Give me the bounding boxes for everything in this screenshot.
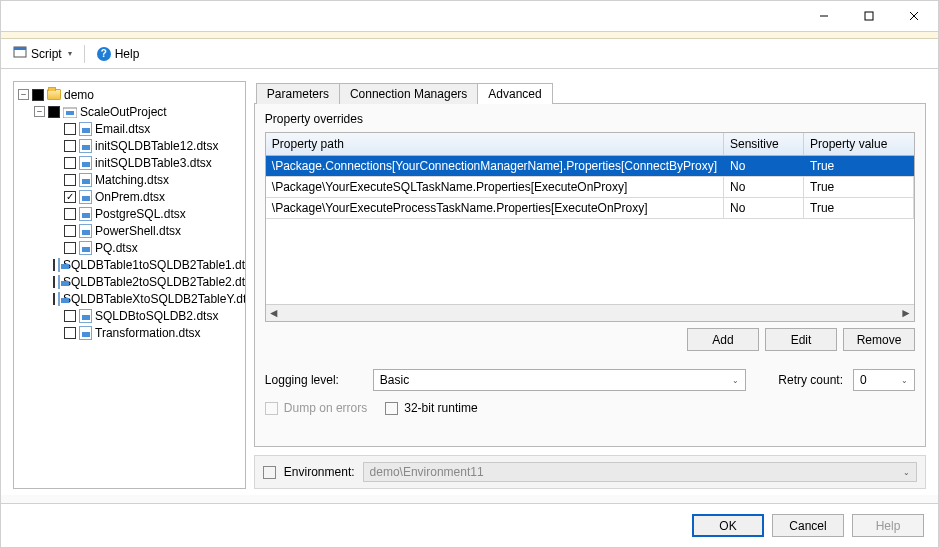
help-label: Help: [115, 47, 140, 61]
checkbox[interactable]: [64, 242, 76, 254]
chevron-down-icon: ⌄: [732, 376, 739, 385]
ok-button[interactable]: OK: [692, 514, 764, 537]
checkbox[interactable]: [64, 208, 76, 220]
cell-value: True: [804, 198, 914, 218]
col-property-path[interactable]: Property path: [266, 133, 724, 155]
tree-item[interactable]: Transformation.dtsx: [50, 324, 243, 341]
tree-item[interactable]: initSQLDBTable12.dtsx: [50, 137, 243, 154]
edit-button[interactable]: Edit: [765, 328, 837, 351]
table-row[interactable]: \Package\YourExecuteProcessTaskName.Prop…: [266, 198, 914, 219]
package-icon: [58, 292, 60, 306]
table-row[interactable]: \Package\YourExecuteSQLTaskName.Properti…: [266, 177, 914, 198]
collapse-icon[interactable]: −: [34, 106, 45, 117]
checkbox-tristate[interactable]: [48, 106, 60, 118]
32bit-runtime-option[interactable]: 32-bit runtime: [385, 401, 477, 415]
cell-path: \Package\YourExecuteProcessTaskName.Prop…: [266, 198, 724, 218]
checkbox[interactable]: [64, 174, 76, 186]
retry-count-value: 0: [860, 373, 867, 387]
tree-root-demo[interactable]: − demo: [18, 86, 243, 103]
checkbox[interactable]: [64, 225, 76, 237]
cell-value: True: [804, 177, 914, 197]
cell-path: \Package.Connections[YourConnectionManag…: [266, 156, 724, 176]
close-button[interactable]: [891, 2, 936, 30]
tree-spacer: [50, 191, 61, 202]
dialog-footer: OK Cancel Help: [1, 503, 938, 547]
32bit-runtime-checkbox[interactable]: [385, 402, 398, 415]
tree-item[interactable]: initSQLDBTable3.dtsx: [50, 154, 243, 171]
minimize-button[interactable]: [801, 2, 846, 30]
maximize-button[interactable]: [846, 2, 891, 30]
script-label: Script: [31, 47, 62, 61]
checkbox[interactable]: [64, 140, 76, 152]
svg-rect-1: [865, 12, 873, 20]
tree-spacer: [50, 225, 61, 236]
environment-select: demo\Environment11 ⌄: [363, 462, 917, 482]
tree-item[interactable]: Matching.dtsx: [50, 171, 243, 188]
tree-item[interactable]: PQ.dtsx: [50, 239, 243, 256]
tree-project[interactable]: − ScaleOutProject: [34, 103, 243, 120]
checkbox[interactable]: ✓: [64, 191, 76, 203]
grid-header: Property path Sensitive Property value: [266, 133, 914, 156]
logging-level-label: Logging level:: [265, 373, 363, 387]
tree-item-label: Email.dtsx: [95, 122, 150, 136]
tab-connection-managers[interactable]: Connection Managers: [339, 83, 478, 104]
package-icon: [58, 275, 60, 289]
collapse-icon[interactable]: −: [18, 89, 29, 100]
checkbox[interactable]: [53, 293, 55, 305]
tree-item[interactable]: PostgreSQL.dtsx: [50, 205, 243, 222]
environment-row: Environment: demo\Environment11 ⌄: [254, 455, 926, 489]
cell-sensitive: No: [724, 198, 804, 218]
checkbox-tristate[interactable]: [32, 89, 44, 101]
package-icon: [79, 207, 92, 221]
script-dropdown[interactable]: Script ▾: [9, 44, 76, 63]
tree-item-label: PowerShell.dtsx: [95, 224, 181, 238]
table-row[interactable]: \Package.Connections[YourConnectionManag…: [266, 156, 914, 177]
cancel-button[interactable]: Cancel: [772, 514, 844, 537]
svg-rect-5: [14, 47, 26, 50]
add-button[interactable]: Add: [687, 328, 759, 351]
logging-level-select[interactable]: Basic ⌄: [373, 369, 746, 391]
tree-item-label: SQLDBtoSQLDB2.dtsx: [95, 309, 218, 323]
help-button-footer[interactable]: Help: [852, 514, 924, 537]
remove-button[interactable]: Remove: [843, 328, 915, 351]
chevron-down-icon: ⌄: [903, 468, 910, 477]
tree-item[interactable]: Email.dtsx: [50, 120, 243, 137]
col-sensitive[interactable]: Sensitive: [724, 133, 804, 155]
tree-label: ScaleOutProject: [80, 105, 167, 119]
tree-item[interactable]: ✓OnPrem.dtsx: [50, 188, 243, 205]
titlebar: [1, 1, 938, 31]
help-icon: ?: [97, 47, 111, 61]
help-button[interactable]: ? Help: [93, 45, 144, 63]
tree-item[interactable]: SQLDBTable1toSQLDB2Table1.dtsx: [50, 256, 243, 273]
tree-spacer: [50, 174, 61, 185]
checkbox[interactable]: [64, 123, 76, 135]
tree-item[interactable]: PowerShell.dtsx: [50, 222, 243, 239]
checkbox[interactable]: [53, 259, 55, 271]
svg-rect-7: [66, 111, 74, 115]
tree-item[interactable]: SQLDBtoSQLDB2.dtsx: [50, 307, 243, 324]
tree-item-label: PostgreSQL.dtsx: [95, 207, 186, 221]
col-property-value[interactable]: Property value: [804, 133, 914, 155]
tree-item[interactable]: SQLDBTable2toSQLDB2Table2.dtsx: [50, 273, 243, 290]
cell-path: \Package\YourExecuteSQLTaskName.Properti…: [266, 177, 724, 197]
package-icon: [79, 122, 92, 136]
package-icon: [79, 241, 92, 255]
cell-value: True: [804, 156, 914, 176]
checkbox[interactable]: [64, 310, 76, 322]
cell-sensitive: No: [724, 156, 804, 176]
package-icon: [79, 156, 92, 170]
tree-item[interactable]: SQLDBTableXtoSQLDB2TableY.dtsx: [50, 290, 243, 307]
environment-checkbox[interactable]: [263, 466, 276, 479]
retry-count-label: Retry count:: [778, 373, 843, 387]
checkbox[interactable]: [64, 157, 76, 169]
package-icon: [79, 326, 92, 340]
retry-count-select[interactable]: 0 ⌄: [853, 369, 915, 391]
checkbox[interactable]: [64, 327, 76, 339]
tab-advanced[interactable]: Advanced: [477, 83, 552, 104]
checkbox[interactable]: [53, 276, 55, 288]
tree-item-label: PQ.dtsx: [95, 241, 138, 255]
horizontal-scrollbar[interactable]: ◄►: [266, 304, 914, 321]
tree-item-label: initSQLDBTable3.dtsx: [95, 156, 212, 170]
tab-parameters[interactable]: Parameters: [256, 83, 340, 104]
package-icon: [79, 224, 92, 238]
